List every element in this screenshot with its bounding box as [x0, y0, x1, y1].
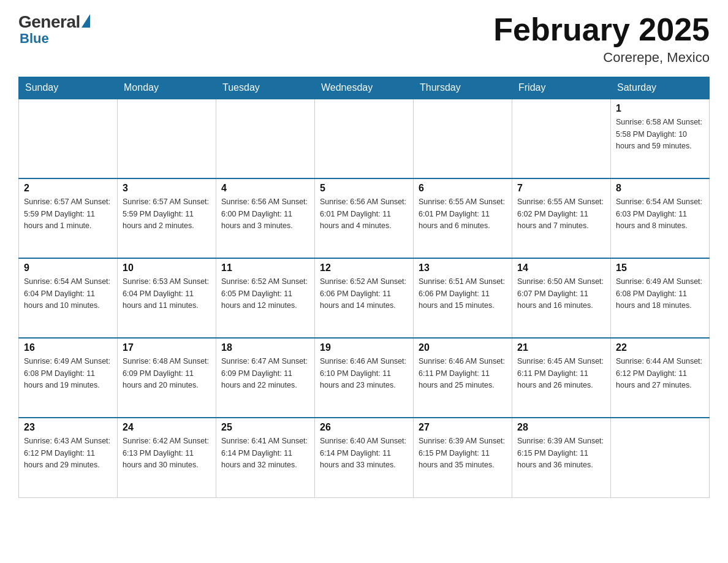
- calendar-week-row: 9Sunrise: 6:54 AM Sunset: 6:04 PM Daylig…: [19, 258, 710, 338]
- day-info: Sunrise: 6:39 AM Sunset: 6:15 PM Dayligh…: [517, 435, 605, 471]
- day-info: Sunrise: 6:54 AM Sunset: 6:03 PM Dayligh…: [616, 196, 704, 232]
- calendar-week-row: 16Sunrise: 6:49 AM Sunset: 6:08 PM Dayli…: [19, 338, 710, 418]
- day-info: Sunrise: 6:52 AM Sunset: 6:06 PM Dayligh…: [320, 276, 408, 312]
- day-info: Sunrise: 6:58 AM Sunset: 5:58 PM Dayligh…: [616, 117, 704, 152]
- day-info: Sunrise: 6:46 AM Sunset: 6:11 PM Dayligh…: [419, 356, 507, 391]
- day-info: Sunrise: 6:56 AM Sunset: 6:01 PM Dayligh…: [320, 196, 408, 232]
- day-info: Sunrise: 6:55 AM Sunset: 6:01 PM Dayligh…: [419, 196, 507, 232]
- title-block: February 2025 Corerepe, Mexico: [493, 12, 710, 66]
- day-of-week-header: Sunday: [19, 77, 118, 99]
- day-number: 13: [419, 262, 507, 274]
- day-info: Sunrise: 6:50 AM Sunset: 6:07 PM Dayligh…: [517, 276, 605, 312]
- logo-triangle-icon: [82, 14, 90, 28]
- day-number: 12: [320, 262, 408, 274]
- calendar-day-cell: 19Sunrise: 6:46 AM Sunset: 6:10 PM Dayli…: [315, 338, 414, 418]
- day-number: 5: [320, 183, 408, 194]
- day-number: 28: [517, 422, 605, 433]
- calendar-day-cell: 21Sunrise: 6:45 AM Sunset: 6:11 PM Dayli…: [512, 338, 611, 418]
- day-number: 22: [616, 342, 704, 353]
- calendar-body: 1Sunrise: 6:58 AM Sunset: 5:58 PM Daylig…: [19, 99, 710, 497]
- calendar-day-cell: 28Sunrise: 6:39 AM Sunset: 6:15 PM Dayli…: [512, 418, 611, 497]
- day-number: 26: [320, 422, 408, 433]
- day-number: 9: [24, 262, 112, 274]
- day-of-week-header: Thursday: [414, 77, 512, 99]
- calendar-day-cell: 6Sunrise: 6:55 AM Sunset: 6:01 PM Daylig…: [414, 178, 512, 258]
- calendar-day-cell: 13Sunrise: 6:51 AM Sunset: 6:06 PM Dayli…: [414, 258, 512, 338]
- logo-general-text: General: [18, 12, 80, 32]
- day-info: Sunrise: 6:51 AM Sunset: 6:06 PM Dayligh…: [419, 276, 507, 312]
- calendar-day-cell: [118, 99, 216, 178]
- day-info: Sunrise: 6:43 AM Sunset: 6:12 PM Dayligh…: [24, 435, 112, 471]
- day-number: 25: [221, 422, 309, 433]
- calendar-day-cell: 18Sunrise: 6:47 AM Sunset: 6:09 PM Dayli…: [216, 338, 315, 418]
- day-number: 8: [616, 183, 704, 194]
- day-info: Sunrise: 6:55 AM Sunset: 6:02 PM Dayligh…: [517, 196, 605, 232]
- day-number: 2: [24, 183, 112, 194]
- day-info: Sunrise: 6:46 AM Sunset: 6:10 PM Dayligh…: [320, 356, 408, 391]
- calendar-day-cell: 27Sunrise: 6:39 AM Sunset: 6:15 PM Dayli…: [414, 418, 512, 497]
- calendar-day-cell: 15Sunrise: 6:49 AM Sunset: 6:08 PM Dayli…: [611, 258, 710, 338]
- day-of-week-header: Saturday: [611, 77, 710, 99]
- day-number: 23: [24, 422, 112, 433]
- calendar-day-cell: [19, 99, 118, 178]
- day-number: 19: [320, 342, 408, 353]
- calendar-table: SundayMondayTuesdayWednesdayThursdayFrid…: [18, 77, 710, 498]
- calendar-day-cell: [414, 99, 512, 178]
- day-number: 11: [221, 262, 309, 274]
- day-number: 6: [419, 183, 507, 194]
- calendar-day-cell: 12Sunrise: 6:52 AM Sunset: 6:06 PM Dayli…: [315, 258, 414, 338]
- day-number: 15: [616, 262, 704, 274]
- calendar-day-cell: 4Sunrise: 6:56 AM Sunset: 6:00 PM Daylig…: [216, 178, 315, 258]
- calendar-week-row: 2Sunrise: 6:57 AM Sunset: 5:59 PM Daylig…: [19, 178, 710, 258]
- day-info: Sunrise: 6:57 AM Sunset: 5:59 PM Dayligh…: [24, 196, 112, 232]
- day-info: Sunrise: 6:39 AM Sunset: 6:15 PM Dayligh…: [419, 435, 507, 471]
- calendar-day-cell: 8Sunrise: 6:54 AM Sunset: 6:03 PM Daylig…: [611, 178, 710, 258]
- logo: General Blue: [18, 12, 90, 47]
- page-header: General Blue February 2025 Corerepe, Mex…: [18, 12, 710, 66]
- logo-blue-text: Blue: [20, 31, 49, 47]
- day-info: Sunrise: 6:41 AM Sunset: 6:14 PM Dayligh…: [221, 435, 309, 471]
- day-info: Sunrise: 6:57 AM Sunset: 5:59 PM Dayligh…: [123, 196, 211, 232]
- calendar-day-cell: 22Sunrise: 6:44 AM Sunset: 6:12 PM Dayli…: [611, 338, 710, 418]
- calendar-day-cell: 20Sunrise: 6:46 AM Sunset: 6:11 PM Dayli…: [414, 338, 512, 418]
- calendar-day-cell: 9Sunrise: 6:54 AM Sunset: 6:04 PM Daylig…: [19, 258, 118, 338]
- day-number: 27: [419, 422, 507, 433]
- day-number: 24: [123, 422, 211, 433]
- calendar-day-cell: 16Sunrise: 6:49 AM Sunset: 6:08 PM Dayli…: [19, 338, 118, 418]
- day-info: Sunrise: 6:47 AM Sunset: 6:09 PM Dayligh…: [221, 356, 309, 391]
- calendar-day-cell: 24Sunrise: 6:42 AM Sunset: 6:13 PM Dayli…: [118, 418, 216, 497]
- calendar-day-cell: 14Sunrise: 6:50 AM Sunset: 6:07 PM Dayli…: [512, 258, 611, 338]
- day-info: Sunrise: 6:56 AM Sunset: 6:00 PM Dayligh…: [221, 196, 309, 232]
- day-info: Sunrise: 6:49 AM Sunset: 6:08 PM Dayligh…: [24, 356, 112, 391]
- day-of-week-header: Monday: [118, 77, 216, 99]
- day-info: Sunrise: 6:54 AM Sunset: 6:04 PM Dayligh…: [24, 276, 112, 312]
- calendar-day-cell: 10Sunrise: 6:53 AM Sunset: 6:04 PM Dayli…: [118, 258, 216, 338]
- calendar-week-row: 1Sunrise: 6:58 AM Sunset: 5:58 PM Daylig…: [19, 99, 710, 178]
- calendar-week-row: 23Sunrise: 6:43 AM Sunset: 6:12 PM Dayli…: [19, 418, 710, 497]
- calendar-day-cell: 26Sunrise: 6:40 AM Sunset: 6:14 PM Dayli…: [315, 418, 414, 497]
- day-info: Sunrise: 6:52 AM Sunset: 6:05 PM Dayligh…: [221, 276, 309, 312]
- day-number: 18: [221, 342, 309, 353]
- day-info: Sunrise: 6:53 AM Sunset: 6:04 PM Dayligh…: [123, 276, 211, 312]
- calendar-day-cell: 1Sunrise: 6:58 AM Sunset: 5:58 PM Daylig…: [611, 99, 710, 178]
- calendar-day-cell: 25Sunrise: 6:41 AM Sunset: 6:14 PM Dayli…: [216, 418, 315, 497]
- calendar-header: SundayMondayTuesdayWednesdayThursdayFrid…: [19, 77, 710, 99]
- day-info: Sunrise: 6:49 AM Sunset: 6:08 PM Dayligh…: [616, 276, 704, 312]
- day-number: 1: [616, 103, 704, 114]
- calendar-day-cell: 3Sunrise: 6:57 AM Sunset: 5:59 PM Daylig…: [118, 178, 216, 258]
- day-number: 4: [221, 183, 309, 194]
- calendar-day-cell: [611, 418, 710, 497]
- day-info: Sunrise: 6:44 AM Sunset: 6:12 PM Dayligh…: [616, 356, 704, 391]
- day-info: Sunrise: 6:48 AM Sunset: 6:09 PM Dayligh…: [123, 356, 211, 391]
- month-title: February 2025: [493, 12, 710, 47]
- day-of-week-header: Tuesday: [216, 77, 315, 99]
- days-of-week-row: SundayMondayTuesdayWednesdayThursdayFrid…: [19, 77, 710, 99]
- calendar-day-cell: 23Sunrise: 6:43 AM Sunset: 6:12 PM Dayli…: [19, 418, 118, 497]
- day-number: 3: [123, 183, 211, 194]
- day-of-week-header: Wednesday: [315, 77, 414, 99]
- day-number: 20: [419, 342, 507, 353]
- day-info: Sunrise: 6:42 AM Sunset: 6:13 PM Dayligh…: [123, 435, 211, 471]
- calendar-day-cell: 11Sunrise: 6:52 AM Sunset: 6:05 PM Dayli…: [216, 258, 315, 338]
- day-number: 17: [123, 342, 211, 353]
- day-number: 7: [517, 183, 605, 194]
